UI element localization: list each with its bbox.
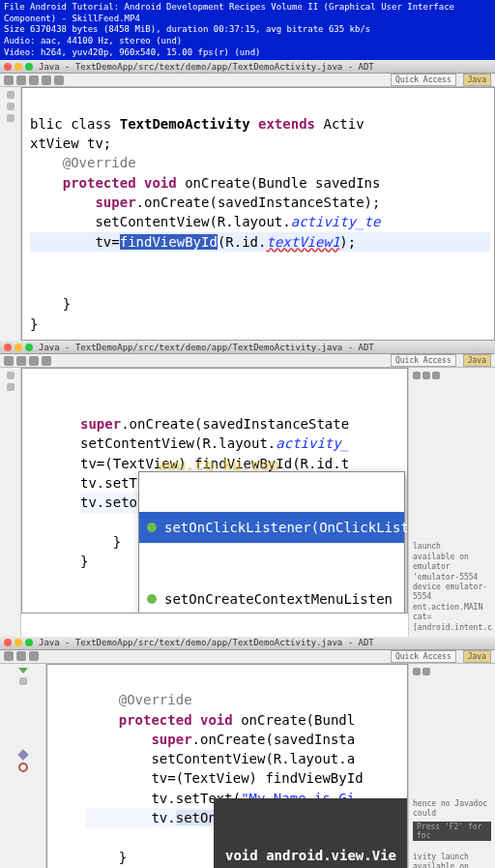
minimize-icon[interactable]	[15, 63, 22, 71]
toolbar-icon[interactable]	[29, 75, 39, 85]
code-editor[interactable]: blic class TextDemoActivity extends Acti…	[21, 87, 495, 341]
header-line: File Android Tutorial: Android Developme…	[4, 2, 491, 24]
window-title: Java - TextDemoApp/src/text/demo/app/Tex…	[39, 343, 374, 352]
toolbar: Quick Access Java	[0, 354, 495, 368]
header-line: Size 6370438 bytes (8458 MiB), duration …	[4, 24, 491, 36]
gutter-icon[interactable]	[19, 677, 27, 685]
toolbar-icon[interactable]	[16, 356, 26, 366]
close-icon[interactable]	[4, 639, 12, 646]
zoom-icon[interactable]	[25, 63, 33, 71]
titlebar[interactable]: Java - TextDemoApp/src/text/demo/app/Tex…	[0, 60, 495, 74]
toolbar-icon[interactable]	[4, 651, 14, 661]
toolbar-icon[interactable]	[16, 651, 26, 661]
toolbar-icon[interactable]	[4, 356, 14, 366]
zoom-icon[interactable]	[25, 344, 33, 351]
panel-icon[interactable]	[413, 372, 421, 379]
javadoc-tooltip: void android.view.Vie Note: This element…	[214, 798, 408, 868]
window-title: Java - TextDemoApp/src/text/demo/app/Tex…	[39, 638, 374, 647]
minimize-icon[interactable]	[15, 344, 22, 351]
perspective-java[interactable]: Java	[463, 650, 491, 663]
toolbar: Quick Access Java	[0, 74, 495, 87]
quick-access-button[interactable]: Quick Access	[391, 354, 456, 367]
console-line: ent.action.MAIN cat=[android.intent.c	[413, 603, 491, 633]
gutter-icon[interactable]	[7, 103, 15, 110]
minimize-icon[interactable]	[15, 639, 22, 646]
console-error: hence no Javadoc could	[413, 799, 491, 820]
tooltip-header: void android.view.Vie	[225, 846, 397, 866]
window-title: Java - TextDemoApp/src/text/demo/app/Tex…	[39, 62, 374, 72]
key-hint: Press 'F2' for foc	[413, 822, 491, 841]
side-panel: hence no Javadoc could Press 'F2' for fo…	[408, 664, 495, 868]
gutter-icon[interactable]	[7, 372, 15, 379]
console-line: device emulator-5554	[413, 583, 491, 603]
ide-window-3: Java - TextDemoApp/src/text/demo/app/Tex…	[0, 637, 495, 868]
perspective-java[interactable]: Java	[463, 74, 491, 86]
video-info-header: File Android Tutorial: Android Developme…	[0, 0, 495, 60]
autocomplete-item[interactable]: setOnClickListener(OnClickList	[139, 512, 404, 544]
panel-icon[interactable]	[413, 668, 421, 675]
zoom-icon[interactable]	[25, 639, 33, 646]
titlebar[interactable]: Java - TextDemoApp/src/text/demo/app/Tex…	[0, 341, 495, 354]
toolbar-icon[interactable]	[29, 356, 39, 366]
console-line: available on emulator 'emulator-5554	[413, 553, 491, 583]
quick-access-button[interactable]: Quick Access	[391, 74, 456, 86]
titlebar[interactable]: Java - TextDemoApp/src/text/demo/app/Tex…	[0, 637, 495, 650]
selected-text: findViewById	[120, 234, 218, 250]
project-explorer-gutter[interactable]	[0, 664, 46, 868]
toolbar-icon[interactable]	[4, 75, 14, 85]
header-line: Audio: aac, 44100 Hz, stereo (und)	[4, 36, 491, 47]
header-line: Video: h264, yuv420p, 960x540, 15.00 fps…	[4, 47, 491, 59]
resume-icon[interactable]	[18, 668, 28, 673]
console-line: ivity launch	[413, 853, 491, 862]
stop-icon[interactable]	[18, 763, 28, 772]
toolbar-icon[interactable]	[42, 75, 51, 85]
toolbar-icon[interactable]	[29, 651, 39, 661]
gutter-icon[interactable]	[7, 114, 15, 122]
close-icon[interactable]	[4, 63, 12, 71]
method-icon	[147, 523, 157, 532]
toolbar: Quick Access Java	[0, 650, 495, 664]
ide-window-2: Java - TextDemoApp/src/text/demo/app/Tex…	[0, 341, 495, 637]
project-explorer-gutter[interactable]	[0, 368, 21, 637]
code-editor[interactable]: @Override protected void onCreate(Bundl …	[46, 664, 408, 868]
panel-icon[interactable]	[422, 372, 430, 379]
perspective-java[interactable]: Java	[463, 354, 491, 367]
toolbar-icon[interactable]	[54, 75, 64, 85]
project-explorer-gutter[interactable]	[0, 87, 21, 341]
side-panel: launch available on emulator 'emulator-5…	[408, 368, 495, 637]
console-line: launch	[413, 542, 491, 552]
toolbar-icon[interactable]	[42, 356, 51, 366]
panel-icon[interactable]	[422, 668, 430, 675]
code-editor[interactable]: www.cg-ku.com super.onCreate(savedInstan…	[21, 368, 408, 614]
ide-window-1: Java - TextDemoApp/src/text/demo/app/Tex…	[0, 60, 495, 341]
breakpoint-icon[interactable]	[17, 749, 28, 760]
console-line: available on emulator 'emulator-5554	[413, 862, 491, 868]
method-icon	[147, 594, 157, 604]
gutter-icon[interactable]	[7, 383, 15, 391]
autocomplete-item[interactable]: setOnCreateContextMenuListen	[139, 584, 404, 614]
gutter-icon[interactable]	[7, 91, 15, 99]
autocomplete-popup[interactable]: setOnClickListener(OnClickList setOnCrea…	[138, 471, 405, 614]
close-icon[interactable]	[4, 344, 12, 351]
toolbar-icon[interactable]	[16, 75, 26, 85]
panel-icon[interactable]	[432, 372, 440, 379]
quick-access-button[interactable]: Quick Access	[391, 650, 456, 663]
